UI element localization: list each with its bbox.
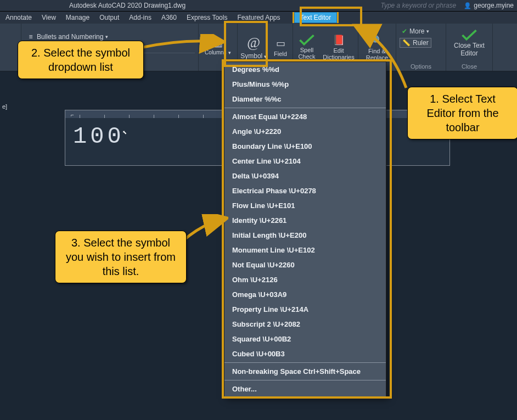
find-replace-label[interactable]: Find & Replace: [362, 48, 392, 61]
symbol-menu-item[interactable]: Electrical Phase \U+0278: [224, 183, 386, 198]
close-panel-label: Close: [462, 62, 477, 70]
symbol-menu-item[interactable]: Other...: [224, 380, 386, 396]
symbol-menu-item[interactable]: Squared \U+00B2: [224, 332, 386, 346]
left-gutter-label: e]: [0, 102, 9, 111]
more-label: More: [409, 27, 424, 35]
symbol-dropdown-menu: Degrees %%dPlus/Minus %%pDiameter %%cAlm…: [224, 61, 386, 397]
bullets-icon: ≡: [27, 33, 35, 41]
bullets-numbering-label: Bullets and Numbering: [37, 33, 103, 41]
symbol-menu-item[interactable]: Plus/Minus %%p: [224, 77, 386, 92]
symbol-menu-item[interactable]: Center Line \U+2104: [224, 154, 386, 169]
annotation-3: 3. Select the symbol you wish to insert …: [55, 231, 187, 283]
close-check-icon: [461, 30, 477, 41]
menu-express[interactable]: Express Tools: [184, 13, 229, 23]
symbol-menu-item[interactable]: Subscript 2 \U+2082: [224, 317, 386, 332]
symbol-menu-item[interactable]: Boundary Line \U+E100: [224, 139, 386, 154]
more-dropdown[interactable]: ✔ More: [400, 27, 442, 36]
menu-annotate[interactable]: Annotate: [3, 13, 34, 23]
symbol-menu-item[interactable]: Angle \U+2220: [224, 124, 386, 139]
symbol-menu-item[interactable]: Initial Length \U+E200: [224, 228, 386, 243]
ruler-label: Ruler: [413, 39, 429, 47]
menu-bar: Annotate View Manage Output Add-ins A360…: [0, 12, 517, 24]
spell-check-label: Spell Check: [294, 47, 319, 60]
menu-featured[interactable]: Featured Apps: [235, 13, 282, 23]
title-bar: Autodesk AutoCAD 2020 Drawing1.dwg Type …: [0, 0, 517, 12]
close-text-editor-button[interactable]: Close Text Editor: [449, 42, 489, 57]
menu-view[interactable]: View: [40, 13, 58, 23]
menu-output[interactable]: Output: [97, 13, 121, 23]
app-title: Autodesk AutoCAD 2020 Drawing1.dwg: [69, 2, 186, 9]
symbol-menu-item[interactable]: Omega \U+03A9: [224, 287, 386, 302]
field-icon: ▭: [276, 37, 285, 49]
search-ghost[interactable]: Type a keyword or phrase: [380, 2, 456, 9]
ruler-icon: 📏: [402, 39, 411, 47]
symbol-menu-item[interactable]: Not Equal \U+2260: [224, 257, 386, 272]
menu-manage[interactable]: Manage: [64, 13, 92, 23]
symbol-menu-item[interactable]: Diameter %%c: [224, 92, 386, 107]
at-symbol-icon: @: [247, 35, 260, 51]
ruler-toggle-button[interactable]: 📏 Ruler: [400, 38, 431, 48]
bullets-numbering-dropdown[interactable]: ≡ Bullets and Numbering: [25, 32, 195, 41]
symbol-menu-item[interactable]: Non-breaking Space Ctrl+Shift+Space: [224, 362, 386, 379]
check-icon: [299, 35, 315, 46]
columns-icon: ▥: [214, 39, 222, 47]
symbol-menu-item[interactable]: Flow Line \U+E101: [224, 198, 386, 213]
user-icon: 👤: [464, 2, 471, 9]
user-name: george.myine: [474, 2, 514, 9]
edit-dict-icon: 📕: [333, 34, 345, 46]
symbol-menu-item[interactable]: Degrees %%d: [224, 62, 386, 77]
annotation-1: 1. Select Text Editor from the toolbar: [407, 87, 517, 139]
symbol-menu-item[interactable]: Property Line \U+214A: [224, 302, 386, 317]
annotation-2: 2. Select the symbol dropdown list: [18, 41, 144, 79]
symbol-menu-item[interactable]: Almost Equal \U+2248: [224, 108, 386, 124]
find-icon: 🔍: [371, 35, 383, 47]
symbol-menu-item[interactable]: Delta \U+0394: [224, 169, 386, 183]
menu-addins[interactable]: Add-ins: [127, 13, 154, 23]
options-panel-label: Options: [400, 62, 442, 70]
symbol-menu-item[interactable]: Monument Line \U+E102: [224, 243, 386, 257]
edit-dict-label: Edit Dictionaries: [321, 47, 357, 60]
columns-dropdown[interactable]: Columns: [203, 48, 233, 57]
highlight-text-editor-tab: Text Editor: [293, 12, 339, 23]
symbol-menu-item[interactable]: Cubed \U+00B3: [224, 346, 386, 361]
tab-text-editor[interactable]: Text Editor: [294, 12, 338, 23]
field-label: Field: [274, 51, 287, 57]
symbol-menu-item[interactable]: Identity \U+2261: [224, 213, 386, 228]
check-small-icon: ✔: [402, 27, 407, 35]
symbol-label: Symbol: [240, 52, 267, 60]
columns-label: Columns: [205, 49, 226, 55]
editor-text: 100: [73, 124, 125, 150]
user-display[interactable]: 👤 george.myine: [464, 2, 514, 9]
menu-a360[interactable]: A360: [159, 13, 179, 23]
caret-icon: ⬉: [122, 128, 130, 137]
symbol-menu-item[interactable]: Ohm \U+2126: [224, 272, 386, 287]
